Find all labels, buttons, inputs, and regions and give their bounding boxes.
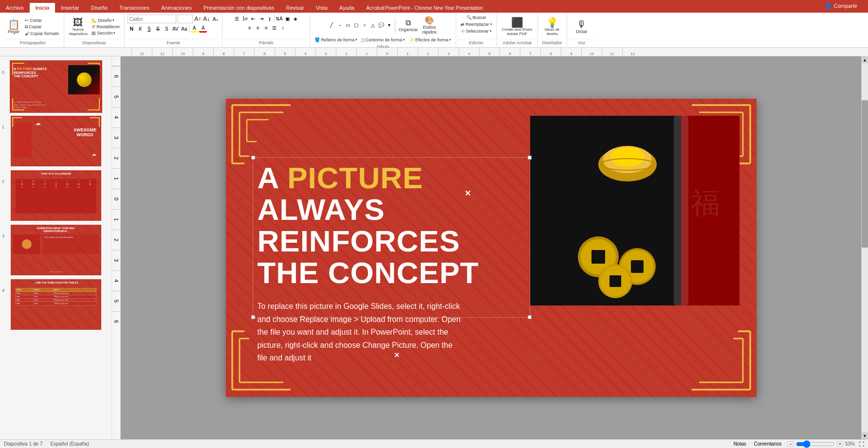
comments-button[interactable]: Comentarios bbox=[752, 441, 784, 447]
tab-inicio[interactable]: Inicio bbox=[30, 3, 55, 13]
increase-indent-button[interactable]: ⇥ bbox=[258, 15, 265, 22]
restablecer-button[interactable]: ↺ Restablecer bbox=[90, 24, 121, 30]
design-ideas-icon: 💡 bbox=[546, 18, 558, 27]
line-tool[interactable]: ╱ bbox=[328, 21, 335, 29]
justify-button[interactable]: ☰ bbox=[271, 24, 278, 32]
relleno-button[interactable]: 🪣 Relleno de forma ▾ bbox=[313, 37, 359, 43]
slide-thumbnail-2[interactable]: THIS IS A CALENDAR L M X J V S D bbox=[10, 169, 102, 222]
copiar-formato-button[interactable]: 🖌 Copiar formato bbox=[23, 31, 61, 36]
increase-font-button[interactable]: A↑ bbox=[194, 15, 202, 23]
slide-thumbnail-4[interactable]: ...AND THE SAME GOES FOR TABLES SMTH SMT… bbox=[10, 278, 102, 331]
oval-tool[interactable]: ○ bbox=[361, 21, 369, 29]
ribbon-tabs: Archivo Inicio Insertar Diseño Transicio… bbox=[0, 3, 390, 13]
font-size-input[interactable]: 14 bbox=[177, 15, 193, 23]
rect-tool[interactable]: ▭ bbox=[344, 21, 352, 29]
clear-format-button[interactable]: Aₓ bbox=[211, 15, 219, 23]
font-name-input[interactable] bbox=[128, 15, 176, 23]
cortar-button[interactable]: ✂ Cortar bbox=[23, 18, 61, 23]
align-center-button[interactable]: ≡ bbox=[254, 24, 262, 32]
paragraph-row1: ☰ 1≡ ⇤ ⇥ ⫿ ⇅A ▣ ◈ bbox=[233, 15, 299, 22]
numbering-button[interactable]: 1≡ bbox=[241, 15, 249, 22]
text-direction-button[interactable]: ⇅A bbox=[275, 15, 283, 22]
decrease-font-button[interactable]: A↓ bbox=[203, 15, 210, 23]
tab-revisar[interactable]: Revisar bbox=[280, 3, 310, 13]
rounded-rect-tool[interactable]: ▢ bbox=[352, 21, 360, 29]
slide-thumb-2[interactable]: 2 THIS IS A CALENDAR L M X J V bbox=[2, 169, 110, 222]
group-disenador: 💡 Ideas de diseño Diseñador bbox=[538, 14, 567, 46]
ideas-diseno-button[interactable]: 💡 Ideas de diseño bbox=[543, 17, 562, 37]
slide-body-text: To replace this picture in Google Slides… bbox=[258, 300, 462, 364]
slide-thumbnail-3[interactable]: HAMBURGES MAKE YOUR IDEAUNDERSTANDABLE..… bbox=[10, 224, 102, 276]
smartart-button[interactable]: ◈ bbox=[292, 15, 299, 22]
adobe-label: Adobe Acrobat bbox=[500, 39, 535, 45]
scroll-up-button[interactable]: ▲ bbox=[862, 56, 868, 63]
shadow-button[interactable]: S bbox=[163, 25, 170, 33]
slide-thumb-0[interactable]: 0 A PICTURE ALWAYSREINFORCESTHE CONCEPT bbox=[2, 60, 110, 113]
tab-animaciones[interactable]: Animaciones bbox=[155, 3, 198, 13]
seleccionar-button[interactable]: ⊹ Seleccionar ▾ bbox=[460, 28, 493, 34]
slide-thumb-4[interactable]: 4 ...AND THE SAME GOES FOR TABLES SMTH S… bbox=[2, 278, 110, 331]
more-shapes-button[interactable]: ▾ bbox=[386, 21, 393, 29]
tab-diseno[interactable]: Diseño bbox=[85, 3, 113, 13]
copiar-button[interactable]: ⧉ Copiar bbox=[23, 24, 61, 30]
font-color-button[interactable]: A bbox=[199, 25, 207, 33]
scroll-thumb[interactable] bbox=[862, 100, 868, 248]
tab-ayuda[interactable]: Ayuda bbox=[333, 3, 360, 13]
zoom-out-button[interactable]: − bbox=[787, 441, 794, 447]
share-button[interactable]: 👤 Compartir bbox=[820, 0, 862, 13]
scroll-track[interactable] bbox=[862, 63, 868, 432]
buscar-button[interactable]: 🔍 Buscar bbox=[465, 15, 488, 20]
pegar-button[interactable]: 📋 Pegar bbox=[5, 18, 22, 35]
nueva-diapositiva-button[interactable]: 🖼 Nueva diapositiva bbox=[67, 17, 90, 37]
tab-archivo[interactable]: Archivo bbox=[0, 3, 30, 13]
adobe-create-button[interactable]: ⬛ Create and Share Adobe PDF bbox=[500, 17, 535, 37]
dictar-button[interactable]: 🎙 Dictar bbox=[573, 18, 591, 35]
decrease-indent-button[interactable]: ⇤ bbox=[249, 15, 257, 22]
case-button[interactable]: Aa bbox=[180, 25, 188, 33]
diapositivas-label: Diapositivas bbox=[67, 39, 122, 45]
notes-button[interactable]: Notas bbox=[732, 441, 748, 447]
triangle-tool[interactable]: △ bbox=[369, 21, 377, 29]
slide-thumbnail-0[interactable]: A PICTURE ALWAYSREINFORCESTHE CONCEPT To… bbox=[10, 60, 102, 113]
bullets-button[interactable]: ☰ bbox=[233, 15, 240, 22]
ribbon-content: 📋 Pegar ✂ Cortar ⧉ Copiar 🖌 bbox=[0, 13, 868, 48]
zoom-slider[interactable] bbox=[796, 442, 835, 447]
callout-tool[interactable]: 💬 bbox=[377, 21, 385, 29]
scroll-down-button[interactable]: ▼ bbox=[862, 432, 868, 439]
strikethrough-button[interactable]: S bbox=[154, 25, 162, 33]
line-spacing-button[interactable]: ↕ bbox=[279, 24, 287, 32]
align-right-button[interactable]: ≡ bbox=[262, 24, 270, 32]
tab-vista[interactable]: Vista bbox=[310, 3, 333, 13]
tab-presentacion[interactable]: Presentación con diapositivas bbox=[198, 3, 280, 13]
svg-point-5 bbox=[610, 147, 645, 167]
seccion-button[interactable]: ▤ Sección ▾ bbox=[90, 30, 121, 36]
corner-decoration-br bbox=[689, 329, 753, 393]
underline-button[interactable]: S bbox=[145, 25, 153, 33]
zoom-in-button[interactable]: + bbox=[837, 441, 843, 447]
reemplazar-button[interactable]: ⇄ Reemplazar ▾ bbox=[459, 21, 494, 27]
slide-thumbnail-1[interactable]: ☁ ☁ AWESOMEWORDS bbox=[10, 115, 102, 167]
align-left-button[interactable]: ≡ bbox=[246, 24, 254, 32]
arrow-tool[interactable]: → bbox=[336, 21, 344, 29]
thumb1-cloud2: ☁ bbox=[92, 151, 96, 157]
slide-thumb-3[interactable]: 3 HAMBURGES MAKE YOUR IDEAUNDERSTANDABLE… bbox=[2, 224, 110, 276]
slide-canvas-wrapper[interactable]: ✕ ✕ A PICTURE ALWAYS REINFORCES THE CONC… bbox=[121, 56, 861, 439]
contorno-button[interactable]: ◻ Contorno de forma ▾ bbox=[360, 37, 406, 43]
estilos-rapidos-button[interactable]: 🎨 Estilos rápidos bbox=[420, 15, 439, 36]
tab-insertar[interactable]: Insertar bbox=[55, 3, 85, 13]
columns-button[interactable]: ⫿ bbox=[266, 15, 274, 22]
bold-button[interactable]: N bbox=[128, 25, 135, 33]
diseno-button[interactable]: 📐 Diseño ▾ bbox=[90, 18, 121, 23]
vertical-scrollbar[interactable]: ▲ ▼ bbox=[861, 56, 868, 439]
italic-button[interactable]: K bbox=[136, 25, 144, 33]
highlight-button[interactable]: A bbox=[190, 25, 198, 33]
align-text-button[interactable]: ▣ bbox=[283, 15, 291, 22]
spacing-button[interactable]: AV bbox=[171, 25, 179, 33]
slide-thumb-1[interactable]: 1 ☁ ☁ AWESOMEWORDS bbox=[2, 115, 110, 167]
efectos-button[interactable]: ✨ Efectos de forma ▾ bbox=[407, 37, 453, 43]
fit-window-button[interactable]: ⛶ bbox=[859, 441, 864, 447]
tab-transiciones[interactable]: Transiciones bbox=[113, 3, 155, 13]
title-line1: A PICTURE ALWAYS bbox=[258, 162, 525, 225]
shapes-row: ╱ → ▭ ▢ ○ △ 💬 ▾ ⧉ Organizar 🎨 Estilo bbox=[328, 15, 439, 36]
organizar-button[interactable]: ⧉ Organizar bbox=[397, 18, 420, 33]
